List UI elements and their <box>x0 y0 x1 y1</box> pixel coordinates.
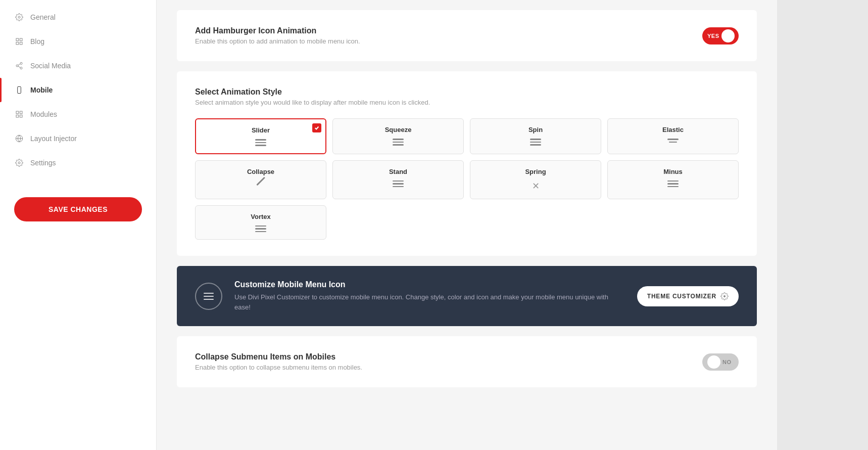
customize-banner: Customize Mobile Menu Icon Use Divi Pixe… <box>177 266 757 326</box>
bar2 <box>667 183 679 185</box>
animation-section-title: Select Animation Style Select animation … <box>195 87 739 106</box>
line1 <box>204 293 214 294</box>
sidebar-item-modules[interactable]: Modules <box>0 102 156 126</box>
animation-section: Select Animation Style Select animation … <box>177 71 757 256</box>
collapse-section: Collapse Submenu Items on Mobiles Enable… <box>177 336 757 387</box>
banner-title: Customize Mobile Menu Icon <box>234 280 625 289</box>
minus-label: Minus <box>663 168 683 175</box>
svg-rect-13 <box>20 111 22 114</box>
animation-card-minus[interactable]: Minus <box>607 160 739 199</box>
animation-card-elastic[interactable]: Elastic <box>607 118 739 154</box>
bar3 <box>530 144 541 146</box>
bar2 <box>255 142 266 144</box>
minus-icon <box>667 181 679 188</box>
squeeze-icon <box>393 139 404 146</box>
svg-rect-12 <box>16 111 19 114</box>
blog-icon <box>14 36 24 47</box>
hamburger-lines <box>204 293 214 300</box>
animation-card-spring[interactable]: Spring ✕ <box>470 160 601 199</box>
collapse-title: Collapse Submenu Items on Mobiles <box>195 352 362 362</box>
gear-btn-icon <box>720 292 729 300</box>
collapse-description: Enable this option to collapse submenu i… <box>195 364 362 371</box>
save-changes-button[interactable]: Save Changes <box>14 197 142 221</box>
sidebar-item-layout-injector[interactable]: Layout Injector <box>0 126 156 151</box>
bar2 <box>393 183 404 185</box>
bar3 <box>667 186 679 188</box>
hamburger-toggle[interactable]: YES <box>702 27 739 44</box>
bar1 <box>393 181 404 182</box>
menu-icon-circle <box>195 283 222 310</box>
check-icon <box>312 123 321 132</box>
gear-icon <box>14 12 24 22</box>
diagonal-bar <box>256 176 265 185</box>
animation-card-stand[interactable]: Stand <box>332 160 464 199</box>
bar1 <box>255 139 266 141</box>
svg-rect-2 <box>20 38 22 41</box>
bar3 <box>393 186 404 188</box>
animation-title: Select Animation Style <box>195 87 739 97</box>
svg-point-19 <box>724 295 726 297</box>
x-mark: ✕ <box>532 181 540 192</box>
svg-rect-1 <box>16 38 19 41</box>
sidebar-item-blog[interactable]: Blog <box>0 29 156 54</box>
theme-customizer-button[interactable]: THEME CUSTOMIZER <box>637 286 739 306</box>
bar1 <box>667 181 679 182</box>
animation-card-collapse[interactable]: Collapse <box>195 160 326 199</box>
sidebar-item-modules-label: Modules <box>30 110 57 118</box>
svg-rect-3 <box>20 42 22 44</box>
share-icon <box>14 61 24 71</box>
bar2 <box>669 142 677 143</box>
sidebar-item-general[interactable]: General <box>0 5 156 29</box>
hamburger-title: Add Hamburger Icon Animation <box>195 26 360 35</box>
hamburger-toggle-knob <box>721 29 735 42</box>
elastic-label: Elastic <box>662 126 684 133</box>
svg-rect-10 <box>18 86 21 93</box>
sidebar-item-social-media-label: Social Media <box>30 62 71 70</box>
animation-card-vortex[interactable]: Vortex <box>195 205 326 240</box>
collapse-toggle-row: Collapse Submenu Items on Mobiles Enable… <box>195 352 739 371</box>
svg-line-8 <box>18 66 21 68</box>
animation-card-slider[interactable]: Slider <box>195 118 326 154</box>
animation-card-squeeze[interactable]: Squeeze <box>332 118 464 154</box>
elastic-icon <box>667 139 679 143</box>
bar3 <box>255 231 266 233</box>
collapse-toggle[interactable]: NO <box>702 353 739 371</box>
svg-rect-14 <box>20 115 22 117</box>
squeeze-label: Squeeze <box>385 126 412 133</box>
hamburger-toggle-row: Add Hamburger Icon Animation Enable this… <box>195 26 739 45</box>
collapse-toggle-text: NO <box>722 359 732 365</box>
bar2 <box>255 228 266 230</box>
sidebar-item-settings[interactable]: Settings <box>0 151 156 175</box>
bar2 <box>530 142 541 143</box>
svg-line-9 <box>18 64 21 65</box>
bar1 <box>667 139 679 140</box>
hamburger-toggle-text: YES <box>707 33 719 39</box>
spring-label: Spring <box>525 168 546 175</box>
layout-icon <box>14 133 24 144</box>
bar1 <box>255 226 266 227</box>
bar3 <box>393 144 404 146</box>
collapse-label: Collapse Submenu Items on Mobiles Enable… <box>195 352 362 371</box>
line2 <box>204 296 214 297</box>
collapse-toggle-knob <box>707 355 720 369</box>
bar1 <box>393 139 404 140</box>
stand-icon <box>393 181 404 188</box>
svg-point-5 <box>20 62 22 64</box>
vortex-icon <box>255 226 266 233</box>
bar3 <box>255 145 266 146</box>
line3 <box>204 299 214 300</box>
sidebar-item-general-label: General <box>30 13 56 21</box>
animation-description: Select animation style you would like to… <box>195 99 739 106</box>
settings-icon <box>14 158 24 168</box>
sidebar-item-layout-injector-label: Layout Injector <box>30 134 77 143</box>
sidebar-item-mobile[interactable]: Mobile <box>0 78 156 102</box>
animation-grid: Slider Squeeze Spin <box>195 118 739 240</box>
save-btn-wrapper: Save Changes <box>0 185 156 234</box>
bar1 <box>530 139 541 140</box>
hamburger-section: Add Hamburger Icon Animation Enable this… <box>177 10 757 61</box>
main-content: Add Hamburger Icon Animation Enable this… <box>157 0 777 450</box>
vortex-label: Vortex <box>251 213 271 220</box>
slider-label: Slider <box>252 126 270 134</box>
animation-card-spin[interactable]: Spin <box>470 118 601 154</box>
sidebar-item-social-media[interactable]: Social Media <box>0 54 156 78</box>
